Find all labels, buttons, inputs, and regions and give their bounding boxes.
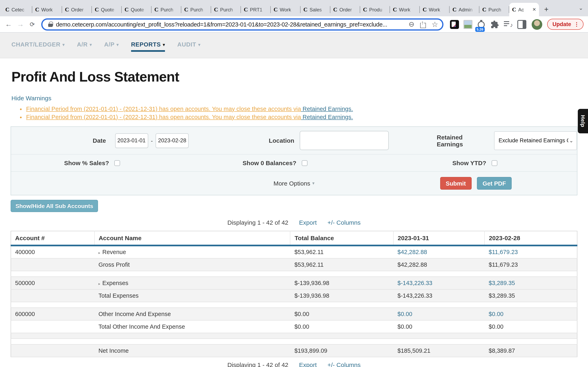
get-pdf-button[interactable]: Get PDF [477,177,512,190]
retained-earnings-link[interactable]: Retained Earnings. [301,106,353,112]
month-1-balance-link[interactable]: $-143,226.33 [398,280,432,286]
browser-tab[interactable]: COrder [330,3,360,16]
date-to-input[interactable] [156,133,189,148]
expand-row-icon[interactable] [98,251,100,255]
export-link[interactable]: Export [299,361,317,367]
show-sales-checkbox[interactable] [114,160,120,166]
browser-tab[interactable]: CWork [271,3,301,16]
spacer-cell [11,302,577,308]
nav-item-chart-ledger[interactable]: CHART/LEDGER [11,41,65,52]
browser-tab[interactable]: CPurch [181,3,211,16]
show-ytd-checkbox[interactable] [492,160,497,166]
caret-down-icon [90,42,92,47]
browser-tab[interactable]: CSales [301,3,330,16]
header-total-balance[interactable]: Total Balance [290,231,393,245]
back-icon[interactable] [3,19,14,30]
month-1-balance-cell: $42,282.88 [393,258,485,271]
cetec-favicon: C [333,7,337,12]
help-tab[interactable]: Help [578,109,588,133]
new-tab-button[interactable] [541,4,552,15]
month-1-balance-link[interactable]: $42,282.88 [398,249,427,256]
profile-avatar[interactable] [532,19,542,30]
nav-item-reports[interactable]: REPORTS [131,41,165,52]
table-spacer-row [11,302,577,308]
side-panel-icon[interactable] [517,20,526,29]
cetec-favicon: C [363,7,367,12]
forward-icon[interactable] [15,19,26,30]
tab-close-icon[interactable] [532,7,536,12]
doc-extension-icon[interactable] [450,20,459,29]
location-input[interactable] [300,131,389,150]
displaying-text: Displaying 1 - 42 of 42 [227,361,288,367]
account-name-text: Other Income And Expense [98,310,171,317]
browser-tab[interactable]: CPurch [211,3,241,16]
cetec-favicon: C [274,7,278,12]
expand-row-icon[interactable] [98,282,100,286]
account-number-cell: 500000 [11,276,94,289]
browser-tab[interactable]: CWork [420,3,450,16]
share-icon[interactable] [420,21,426,28]
url-text[interactable]: demo.cetecerp.com/accounting/ext_profit_… [56,21,403,27]
header-month-2[interactable]: 2023-02-28 [484,231,577,245]
browser-tab[interactable]: CQuote [122,3,151,16]
browser-tab[interactable]: CQuote [92,3,122,16]
browser-tab[interactable]: CWork [32,3,62,16]
header-account-number[interactable]: Account # [11,231,94,245]
retained-earnings-link[interactable]: Retained Earnings. [301,114,353,120]
bookmark-star-icon[interactable] [432,20,438,29]
hide-warnings-link[interactable]: Hide Warnings [11,95,52,101]
columns-toggle-link[interactable]: +/- Columns [328,219,361,226]
header-account-name[interactable]: Account Name [94,231,290,245]
browser-tab[interactable]: CPurch [151,3,181,16]
nav-item-audit[interactable]: AUDIT [177,41,200,52]
nav-item-a-r[interactable]: A/R [77,41,92,52]
month-2-balance-link[interactable]: $0.00 [489,310,503,317]
reload-icon[interactable] [27,19,38,30]
table-row: Gross Profit$53,962.11$42,282.88$11,679.… [11,258,577,271]
browser-tab[interactable]: CWork [390,3,420,16]
playlist-extension-icon[interactable] [504,20,513,29]
show-zero-checkbox[interactable] [302,160,307,166]
address-bar[interactable]: demo.cetecerp.com/accounting/ext_profit_… [41,18,443,30]
lock-icon[interactable] [48,22,53,27]
account-name-cell: Other Income And Expense [94,308,290,320]
browser-tab-active[interactable]: CAc [509,3,539,16]
browser-tab[interactable]: CAdmin [450,3,479,16]
chevron-down-icon [569,138,573,143]
columns-toggle-link[interactable]: +/- Columns [328,361,361,367]
month-2-balance-link[interactable]: $11,679.23 [489,249,518,256]
show-hide-sub-accounts-button[interactable]: Show/Hide All Sub Accounts [11,200,98,212]
warning-text-link[interactable]: Financial Period from (2022-01-01) - (20… [26,114,301,120]
warning-text-link[interactable]: Financial Period from (2021-01-01) - (20… [26,106,301,112]
browser-tab[interactable]: COrder [62,3,92,16]
browser-tab[interactable]: CPurch [479,3,509,16]
month-1-balance-link[interactable]: $0.00 [398,310,412,317]
browser-menu-kebab-icon[interactable] [574,21,579,27]
table-row: Total Expenses$-139,936.98$-143,226.33$3… [11,289,577,302]
month-1-balance-cell: $185,509.21 [393,344,485,357]
more-options-toggle[interactable]: More Options [273,180,314,187]
export-link[interactable]: Export [299,219,317,226]
nav-item-a-p[interactable]: A/P [104,41,119,52]
date-from-input[interactable] [115,133,148,148]
stopwatch-extension-icon[interactable]: 5.26 [477,20,486,29]
total-balance-cell: $-139,936.98 [290,289,393,302]
tab-label: Purch [190,7,208,12]
table-row: 500000Expenses$-139,936.98$-143,226.33$3… [11,276,577,289]
update-button[interactable]: Update [547,19,584,30]
zoom-out-icon[interactable] [408,20,415,29]
filter-row-checkboxes: Show % Sales? Show 0 Balances? Show YTD? [11,155,577,172]
tab-overflow-chevron-icon[interactable] [579,5,583,11]
extensions-puzzle-icon[interactable] [490,20,499,29]
account-name-cell: Total Other Income And Expense [94,320,290,333]
month-2-balance-link[interactable]: $3,289.35 [489,280,515,286]
browser-tab[interactable]: CProdu [360,3,390,16]
browser-tab[interactable]: CCetec [2,3,32,16]
submit-button[interactable]: Submit [440,177,471,190]
screenshot-extension-icon[interactable] [463,20,472,29]
retained-earnings-select[interactable]: Exclude Retained Earnings On 'A [494,131,577,150]
cetec-favicon: C [393,7,397,12]
tab-label: Quote [131,7,149,12]
browser-tab[interactable]: CPRT1 [241,3,271,16]
header-month-1[interactable]: 2023-01-31 [393,231,485,245]
